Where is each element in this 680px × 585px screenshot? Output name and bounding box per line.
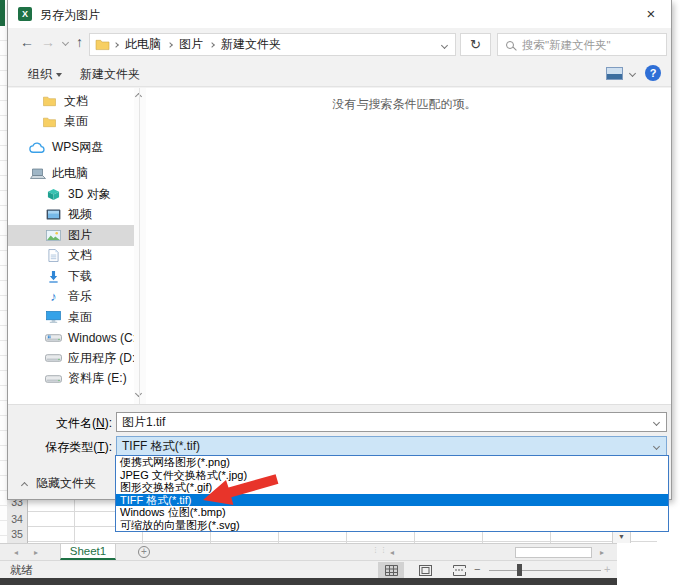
new-sheet-button[interactable]: +: [138, 546, 150, 558]
hscroll-left-icon[interactable]: ◂: [390, 548, 394, 557]
video-icon: [45, 208, 62, 222]
grid-view-icon: [385, 565, 398, 576]
close-icon[interactable]: ×: [639, 3, 663, 25]
folder-icon: [41, 94, 58, 108]
clipped-corner: [617, 543, 680, 585]
sidebar-item-music[interactable]: ♪ 音乐: [8, 287, 134, 308]
up-icon[interactable]: ↑: [76, 34, 83, 50]
sidebar-item-desktop[interactable]: 桌面: [8, 307, 134, 328]
zoom-out-button[interactable]: −: [474, 563, 480, 575]
hide-folders-button[interactable]: 隐藏文件夹: [22, 475, 96, 492]
breadcrumb-separator-icon: [113, 42, 119, 48]
view-selector-icon[interactable]: [606, 67, 623, 80]
refresh-button[interactable]: ↻: [460, 33, 491, 56]
filetype-combobox[interactable]: TIFF 格式(*.tif): [116, 436, 667, 456]
sidebar-item-documents-pin[interactable]: 文档: [8, 91, 134, 112]
row-header[interactable]: 35: [7, 528, 27, 540]
splitter-handle[interactable]: ⋮⋮: [372, 546, 388, 554]
search-box[interactable]: [497, 33, 667, 56]
dialog-content: 文档 桌面 WPS网盘 此电脑 3D 对象: [8, 88, 671, 404]
sidebar-item-drive-c[interactable]: Windows (C:): [8, 328, 134, 349]
folder-icon: [41, 115, 58, 129]
zoom-in-button[interactable]: +: [604, 563, 610, 575]
status-ready: 就绪: [10, 563, 33, 578]
download-icon: [45, 269, 62, 283]
option-svg[interactable]: 可缩放的向量图形(*.svg): [116, 519, 668, 532]
option-gif[interactable]: 图形交换格式(*.gif): [116, 481, 668, 494]
sidebar-item-documents[interactable]: 文档: [8, 246, 134, 267]
normal-view-button[interactable]: [378, 562, 404, 578]
filename-label: 文件名(N):: [8, 415, 112, 432]
excel-title-strip: [0, 0, 5, 26]
breadcrumb-new-folder[interactable]: 新建文件夹: [217, 36, 285, 53]
chevron-up-icon: [21, 481, 28, 488]
windows-drive-icon: [45, 331, 62, 345]
cloud-icon: [29, 141, 46, 155]
status-bar: 就绪 − +: [0, 560, 617, 578]
option-bmp[interactable]: Windows 位图(*.bmp): [116, 506, 668, 519]
back-icon[interactable]: ←: [20, 34, 34, 50]
music-icon: ♪: [45, 290, 62, 304]
pane-divider: [139, 88, 140, 404]
option-png[interactable]: 便携式网络图形(*.png): [116, 456, 668, 469]
sheet-tab-sheet1[interactable]: Sheet1: [60, 544, 116, 560]
computer-icon: [29, 167, 46, 181]
sidebar-item-drive-e[interactable]: 资料库 (E:): [8, 369, 134, 390]
drive-icon: [45, 372, 62, 386]
organize-button[interactable]: 组织: [28, 66, 62, 83]
option-jpg[interactable]: JPEG 文件交换格式(*.jpg): [116, 469, 668, 482]
dialog-titlebar: X 另存为图片 ×: [8, 0, 671, 28]
breadcrumb-separator-icon: [167, 42, 173, 48]
document-icon: [45, 249, 62, 263]
filetype-label: 保存类型(T):: [8, 439, 112, 456]
empty-results-message: 没有与搜索条件匹配的项。: [140, 96, 669, 113]
chevron-down-icon[interactable]: [653, 419, 660, 426]
sidebar-scrollbar[interactable]: [134, 88, 146, 404]
desktop-icon: [45, 310, 62, 324]
breadcrumb-pictures[interactable]: 图片: [175, 36, 207, 53]
excel-left-edge: [0, 26, 7, 578]
new-folder-button[interactable]: 新建文件夹: [80, 66, 140, 83]
help-button[interactable]: ?: [645, 65, 661, 81]
file-type-dropdown-list: 便携式网络图形(*.png) JPEG 文件交换格式(*.jpg) 图形交换格式…: [115, 455, 669, 532]
sidebar-tree: 文档 桌面 WPS网盘 此电脑 3D 对象: [8, 88, 134, 404]
window-bottom-edge: [0, 578, 617, 585]
address-bar[interactable]: 此电脑 图片 新建文件夹: [89, 33, 456, 56]
excel-row-headers[interactable]: 33 34 35: [7, 497, 28, 543]
sheet-nav-left-icon[interactable]: ◂: [14, 548, 18, 557]
sidebar-item-this-pc[interactable]: 此电脑: [8, 164, 134, 185]
sidebar-item-pictures[interactable]: 图片: [8, 225, 134, 246]
option-tif-selected[interactable]: TIFF 格式(*.tif): [116, 494, 668, 507]
page-layout-view-button[interactable]: [412, 562, 438, 578]
address-dropdown-icon[interactable]: [441, 42, 448, 49]
breadcrumb-this-pc[interactable]: 此电脑: [121, 36, 165, 53]
chevron-down-icon[interactable]: [653, 443, 660, 450]
search-icon: [506, 41, 514, 49]
sidebar-item-desktop-pin[interactable]: 桌面: [8, 112, 134, 133]
dialog-toolbar: 组织 新建文件夹 ?: [8, 60, 671, 87]
zoom-slider-thumb[interactable]: [517, 564, 522, 576]
forward-icon: →: [41, 34, 55, 50]
sidebar-item-drive-d[interactable]: 应用程序 (D:): [8, 348, 134, 369]
folder-icon: [94, 38, 111, 52]
zoom-slider-track[interactable]: [489, 570, 601, 571]
hscroll-thumb[interactable]: [515, 547, 592, 558]
view-selector-chevron-icon[interactable]: [629, 70, 636, 77]
sidebar-item-3d-objects[interactable]: 3D 对象: [8, 184, 134, 205]
scroll-down-button[interactable]: ▼: [612, 530, 631, 544]
filename-combobox[interactable]: 图片1.tif: [116, 412, 667, 432]
breadcrumb-separator-icon: [209, 42, 215, 48]
sheet-nav-right-icon[interactable]: ▸: [34, 548, 38, 557]
screenshot-root: 33 34 35 ▼ ◂ ▸ Sheet1 + ⋮⋮ ◂ ▸ 就绪 − + X: [0, 0, 680, 585]
chevron-down-icon: [56, 73, 62, 77]
page-break-view-button[interactable]: [446, 562, 472, 578]
search-input[interactable]: [522, 39, 652, 51]
sheet-tab-bar: ◂ ▸ Sheet1 + ⋮⋮ ◂ ▸: [0, 543, 617, 560]
sidebar-item-videos[interactable]: 视频: [8, 205, 134, 226]
drive-icon: [45, 351, 62, 365]
row-header[interactable]: 34: [7, 513, 27, 525]
sidebar-item-wps-cloud[interactable]: WPS网盘: [8, 138, 134, 159]
history-chevron-icon[interactable]: [62, 39, 69, 46]
hscroll-right-icon[interactable]: ▸: [600, 548, 604, 557]
sidebar-item-downloads[interactable]: 下载: [8, 266, 134, 287]
